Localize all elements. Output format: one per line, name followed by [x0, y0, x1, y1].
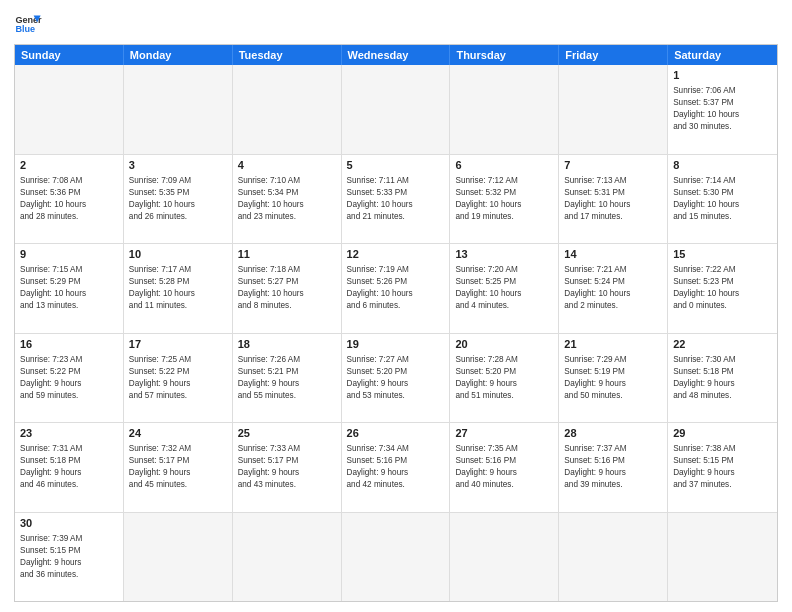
day-info: Sunrise: 7:26 AM Sunset: 5:21 PM Dayligh…	[238, 354, 336, 402]
day-cell-20: 20Sunrise: 7:28 AM Sunset: 5:20 PM Dayli…	[450, 334, 559, 423]
day-number: 7	[564, 158, 662, 173]
day-number: 18	[238, 337, 336, 352]
day-info: Sunrise: 7:21 AM Sunset: 5:24 PM Dayligh…	[564, 264, 662, 312]
day-number: 14	[564, 247, 662, 262]
day-cell-4: 4Sunrise: 7:10 AM Sunset: 5:34 PM Daylig…	[233, 155, 342, 244]
day-info: Sunrise: 7:10 AM Sunset: 5:34 PM Dayligh…	[238, 175, 336, 223]
day-number: 13	[455, 247, 553, 262]
day-cell-2: 2Sunrise: 7:08 AM Sunset: 5:36 PM Daylig…	[15, 155, 124, 244]
empty-cell	[233, 65, 342, 154]
day-number: 24	[129, 426, 227, 441]
day-cell-26: 26Sunrise: 7:34 AM Sunset: 5:16 PM Dayli…	[342, 423, 451, 512]
day-info: Sunrise: 7:14 AM Sunset: 5:30 PM Dayligh…	[673, 175, 772, 223]
day-cell-8: 8Sunrise: 7:14 AM Sunset: 5:30 PM Daylig…	[668, 155, 777, 244]
day-cell-22: 22Sunrise: 7:30 AM Sunset: 5:18 PM Dayli…	[668, 334, 777, 423]
day-info: Sunrise: 7:37 AM Sunset: 5:16 PM Dayligh…	[564, 443, 662, 491]
day-number: 30	[20, 516, 118, 531]
day-cell-18: 18Sunrise: 7:26 AM Sunset: 5:21 PM Dayli…	[233, 334, 342, 423]
day-cell-9: 9Sunrise: 7:15 AM Sunset: 5:29 PM Daylig…	[15, 244, 124, 333]
calendar-row-5: 30Sunrise: 7:39 AM Sunset: 5:15 PM Dayli…	[15, 513, 777, 602]
day-number: 6	[455, 158, 553, 173]
day-cell-6: 6Sunrise: 7:12 AM Sunset: 5:32 PM Daylig…	[450, 155, 559, 244]
day-number: 3	[129, 158, 227, 173]
day-info: Sunrise: 7:12 AM Sunset: 5:32 PM Dayligh…	[455, 175, 553, 223]
day-number: 8	[673, 158, 772, 173]
day-info: Sunrise: 7:33 AM Sunset: 5:17 PM Dayligh…	[238, 443, 336, 491]
day-cell-19: 19Sunrise: 7:27 AM Sunset: 5:20 PM Dayli…	[342, 334, 451, 423]
day-number: 27	[455, 426, 553, 441]
day-number: 10	[129, 247, 227, 262]
day-info: Sunrise: 7:23 AM Sunset: 5:22 PM Dayligh…	[20, 354, 118, 402]
day-info: Sunrise: 7:19 AM Sunset: 5:26 PM Dayligh…	[347, 264, 445, 312]
day-number: 29	[673, 426, 772, 441]
day-number: 25	[238, 426, 336, 441]
calendar-row-1: 2Sunrise: 7:08 AM Sunset: 5:36 PM Daylig…	[15, 155, 777, 245]
empty-cell	[124, 65, 233, 154]
day-info: Sunrise: 7:30 AM Sunset: 5:18 PM Dayligh…	[673, 354, 772, 402]
day-cell-7: 7Sunrise: 7:13 AM Sunset: 5:31 PM Daylig…	[559, 155, 668, 244]
calendar-header: SundayMondayTuesdayWednesdayThursdayFrid…	[15, 45, 777, 65]
day-cell-23: 23Sunrise: 7:31 AM Sunset: 5:18 PM Dayli…	[15, 423, 124, 512]
day-info: Sunrise: 7:35 AM Sunset: 5:16 PM Dayligh…	[455, 443, 553, 491]
day-info: Sunrise: 7:29 AM Sunset: 5:19 PM Dayligh…	[564, 354, 662, 402]
day-cell-27: 27Sunrise: 7:35 AM Sunset: 5:16 PM Dayli…	[450, 423, 559, 512]
day-number: 16	[20, 337, 118, 352]
calendar-row-0: 1Sunrise: 7:06 AM Sunset: 5:37 PM Daylig…	[15, 65, 777, 155]
day-number: 17	[129, 337, 227, 352]
calendar-row-2: 9Sunrise: 7:15 AM Sunset: 5:29 PM Daylig…	[15, 244, 777, 334]
day-info: Sunrise: 7:13 AM Sunset: 5:31 PM Dayligh…	[564, 175, 662, 223]
empty-cell	[342, 513, 451, 602]
day-info: Sunrise: 7:11 AM Sunset: 5:33 PM Dayligh…	[347, 175, 445, 223]
day-cell-16: 16Sunrise: 7:23 AM Sunset: 5:22 PM Dayli…	[15, 334, 124, 423]
day-number: 19	[347, 337, 445, 352]
day-cell-12: 12Sunrise: 7:19 AM Sunset: 5:26 PM Dayli…	[342, 244, 451, 333]
header-day-monday: Monday	[124, 45, 233, 65]
day-info: Sunrise: 7:25 AM Sunset: 5:22 PM Dayligh…	[129, 354, 227, 402]
day-info: Sunrise: 7:39 AM Sunset: 5:15 PM Dayligh…	[20, 533, 118, 581]
day-info: Sunrise: 7:06 AM Sunset: 5:37 PM Dayligh…	[673, 85, 772, 133]
empty-cell	[15, 65, 124, 154]
day-info: Sunrise: 7:08 AM Sunset: 5:36 PM Dayligh…	[20, 175, 118, 223]
header-day-thursday: Thursday	[450, 45, 559, 65]
logo: General Blue	[14, 10, 42, 38]
logo-svg: General Blue	[14, 10, 42, 38]
day-cell-13: 13Sunrise: 7:20 AM Sunset: 5:25 PM Dayli…	[450, 244, 559, 333]
day-info: Sunrise: 7:17 AM Sunset: 5:28 PM Dayligh…	[129, 264, 227, 312]
day-number: 9	[20, 247, 118, 262]
header-day-friday: Friday	[559, 45, 668, 65]
day-number: 5	[347, 158, 445, 173]
empty-cell	[233, 513, 342, 602]
day-cell-11: 11Sunrise: 7:18 AM Sunset: 5:27 PM Dayli…	[233, 244, 342, 333]
day-cell-25: 25Sunrise: 7:33 AM Sunset: 5:17 PM Dayli…	[233, 423, 342, 512]
day-cell-28: 28Sunrise: 7:37 AM Sunset: 5:16 PM Dayli…	[559, 423, 668, 512]
calendar-row-4: 23Sunrise: 7:31 AM Sunset: 5:18 PM Dayli…	[15, 423, 777, 513]
day-info: Sunrise: 7:18 AM Sunset: 5:27 PM Dayligh…	[238, 264, 336, 312]
day-cell-5: 5Sunrise: 7:11 AM Sunset: 5:33 PM Daylig…	[342, 155, 451, 244]
day-number: 23	[20, 426, 118, 441]
calendar: SundayMondayTuesdayWednesdayThursdayFrid…	[14, 44, 778, 602]
day-info: Sunrise: 7:20 AM Sunset: 5:25 PM Dayligh…	[455, 264, 553, 312]
empty-cell	[450, 513, 559, 602]
day-cell-10: 10Sunrise: 7:17 AM Sunset: 5:28 PM Dayli…	[124, 244, 233, 333]
day-info: Sunrise: 7:34 AM Sunset: 5:16 PM Dayligh…	[347, 443, 445, 491]
day-cell-1: 1Sunrise: 7:06 AM Sunset: 5:37 PM Daylig…	[668, 65, 777, 154]
day-cell-3: 3Sunrise: 7:09 AM Sunset: 5:35 PM Daylig…	[124, 155, 233, 244]
day-number: 28	[564, 426, 662, 441]
day-number: 21	[564, 337, 662, 352]
header-day-saturday: Saturday	[668, 45, 777, 65]
header: General Blue	[14, 10, 778, 38]
empty-cell	[124, 513, 233, 602]
day-number: 22	[673, 337, 772, 352]
day-info: Sunrise: 7:38 AM Sunset: 5:15 PM Dayligh…	[673, 443, 772, 491]
day-number: 11	[238, 247, 336, 262]
day-info: Sunrise: 7:09 AM Sunset: 5:35 PM Dayligh…	[129, 175, 227, 223]
page: General Blue SundayMondayTuesdayWednesda…	[0, 0, 792, 612]
header-day-wednesday: Wednesday	[342, 45, 451, 65]
day-cell-15: 15Sunrise: 7:22 AM Sunset: 5:23 PM Dayli…	[668, 244, 777, 333]
day-info: Sunrise: 7:31 AM Sunset: 5:18 PM Dayligh…	[20, 443, 118, 491]
day-number: 2	[20, 158, 118, 173]
day-info: Sunrise: 7:28 AM Sunset: 5:20 PM Dayligh…	[455, 354, 553, 402]
calendar-body: 1Sunrise: 7:06 AM Sunset: 5:37 PM Daylig…	[15, 65, 777, 601]
day-cell-14: 14Sunrise: 7:21 AM Sunset: 5:24 PM Dayli…	[559, 244, 668, 333]
day-cell-29: 29Sunrise: 7:38 AM Sunset: 5:15 PM Dayli…	[668, 423, 777, 512]
